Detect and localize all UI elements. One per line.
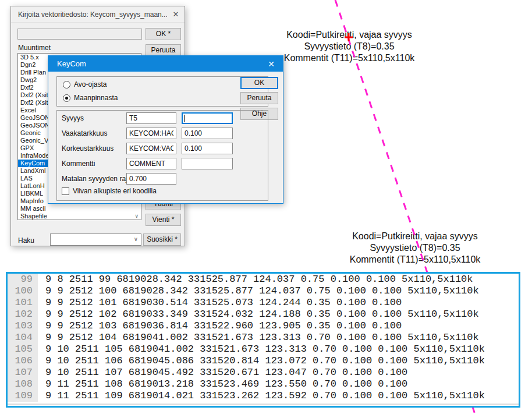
field-row: Kommentti — [57, 158, 268, 169]
field-tag-input[interactable] — [126, 158, 176, 169]
line-number: 102 — [8, 309, 38, 320]
line-text: 9 9 2512 102 6819033.349 331524.032 124.… — [38, 309, 479, 320]
field-value-input[interactable] — [182, 158, 233, 169]
line-text: 9 10 2511 107 6819045.492 331520.671 123… — [38, 367, 407, 378]
line-text: 9 9 2512 100 6819028.342 331525.877 124.… — [38, 285, 479, 297]
fields-groupbox: Viivan alkupiste eri koodilla SyvyysVaak… — [56, 110, 268, 201]
search-combobox[interactable]: ∨ — [50, 233, 141, 246]
line-text: 9 9 2512 101 6819030.514 331525.073 124.… — [38, 297, 402, 309]
search-label: Haku — [18, 236, 34, 245]
keycom-title: KeyCom — [48, 59, 260, 68]
line-number: 107 — [8, 367, 38, 378]
line-text: 9 11 2511 109 6819014.021 331523.262 123… — [38, 390, 485, 402]
radio-avo-ojasta[interactable]: Avo-ojasta — [63, 80, 107, 89]
field-tag-input[interactable] — [126, 128, 176, 139]
radio-icon[interactable] — [63, 94, 70, 102]
field-value-input[interactable] — [182, 143, 233, 154]
line-number: 100 — [8, 285, 38, 297]
field-label: Matalan syvyyden raja — [62, 175, 131, 183]
editor-row: 1029 9 2512 102 6819033.349 331524.032 1… — [8, 309, 519, 320]
converter-option[interactable]: Shapefile — [18, 213, 141, 220]
radio-label: Avo-ojasta — [74, 80, 107, 89]
source-groupbox: Avo-ojasta Maanpinnasta — [56, 76, 268, 107]
keycom-ok-button[interactable]: OK — [240, 77, 278, 89]
editor-row: 1049 9 2512 104 6819041.002 331521.673 1… — [8, 332, 519, 344]
annotation-line: Koodi=Putkireitti, vajaa syvyys — [250, 29, 448, 41]
editor-row: 1009 9 2512 100 6819028.342 331525.877 1… — [8, 285, 519, 297]
checkbox-label: Viivan alkupiste eri koodilla — [73, 187, 157, 195]
chevron-down-icon[interactable]: ∨ — [134, 236, 138, 242]
text-editor-window[interactable]: 999 8 2511 99 6819028.342 331525.877 124… — [6, 272, 520, 408]
field-value-input[interactable] — [182, 128, 233, 139]
editor-row: 1069 10 2511 106 6819045.086 331520.814 … — [8, 355, 519, 367]
field-row: Syvyys — [57, 112, 268, 124]
field-tag-input[interactable] — [126, 173, 176, 185]
field-value-input[interactable] — [182, 112, 233, 124]
field-label: Kommentti — [62, 160, 95, 168]
editor-row: 1089 11 2511 108 6819013.218 331523.469 … — [8, 378, 519, 390]
line-number: 108 — [8, 378, 38, 390]
field-row: Korkeustarkkuus — [57, 143, 268, 154]
close-icon[interactable]: ✕ — [260, 59, 283, 69]
line-number: 104 — [8, 332, 38, 344]
keycom-dialog: KeyCom ✕ Avo-ojasta Maanpinnasta OK Peru… — [48, 55, 283, 204]
line-text: 9 10 2511 105 6819041.002 331521.673 123… — [38, 344, 485, 355]
keycom-cancel-button[interactable]: Peruuta — [240, 92, 278, 104]
converter-option[interactable]: MM ascii — [18, 205, 141, 213]
line-text: 9 10 2511 106 6819045.086 331520.814 123… — [38, 355, 485, 367]
cancel-button[interactable]: Peruuta — [146, 44, 181, 56]
line-number: 109 — [8, 390, 38, 402]
line-number: 105 — [8, 344, 38, 355]
line-number: 103 — [8, 320, 38, 332]
field-label: Syvyys — [62, 114, 84, 122]
field-row: Matalan syvyyden raja — [57, 173, 268, 185]
horizontal-scrollbar[interactable] — [8, 404, 519, 405]
annotation-line: Kommentit (T11)=5x110,5x110k — [316, 254, 514, 266]
checkbox-icon[interactable] — [62, 187, 69, 195]
editor-row: 1099 11 2511 109 6819014.021 331523.262 … — [8, 390, 519, 402]
editor-row: 1079 10 2511 107 6819045.492 331520.671 … — [8, 367, 519, 378]
field-tag-input[interactable] — [126, 143, 176, 154]
field-tag-input[interactable] — [126, 112, 176, 124]
line-text: 9 9 2512 103 6819036.814 331522.960 123.… — [38, 320, 402, 332]
dialog-titlebar[interactable]: Kirjoita vektoritiedosto: Keycom_syvyys_… — [11, 6, 185, 23]
line-number: 101 — [8, 297, 38, 309]
close-icon[interactable]: ✕ — [167, 10, 185, 19]
line-number: 99 — [8, 274, 38, 285]
app-canvas: Koodi=Putkireitti, vajaa syvyysSyvyystie… — [0, 0, 532, 414]
dialog-title: Kirjoita vektoritiedosto: Keycom_syvyys_… — [11, 10, 167, 19]
annotation-line: Syvyystieto (T8)=0.35 — [316, 242, 514, 254]
editor-row: 1019 9 2512 101 6819030.514 331525.073 1… — [8, 297, 519, 309]
chevron-down-icon[interactable]: ∨ — [134, 213, 139, 219]
annotation-line: Syvyystieto (T8)=0.35 — [250, 41, 448, 52]
field-label: Korkeustarkkuus — [62, 144, 114, 153]
favorites-button[interactable]: Suosikki * — [143, 233, 181, 246]
keycom-titlebar[interactable]: KeyCom ✕ — [48, 56, 283, 72]
checkbox-viivan-alkupiste[interactable]: Viivan alkupiste eri koodilla — [62, 187, 157, 195]
converters-label: Muuntimet — [18, 44, 51, 52]
line-text: 9 9 2512 104 6819041.002 331521.673 123.… — [38, 332, 479, 344]
filename-input[interactable] — [17, 29, 142, 40]
export-button[interactable]: Vienti * — [146, 214, 181, 226]
radio-label: Maanpinnasta — [74, 94, 118, 102]
annotation-line: Koodi=Putkireitti, vajaa syvyys — [316, 231, 514, 242]
field-label: Vaakatarkkuus — [62, 129, 108, 137]
line-number: 106 — [8, 355, 38, 367]
radio-maanpinnasta[interactable]: Maanpinnasta — [63, 94, 118, 102]
field-row: Vaakatarkkuus — [57, 128, 268, 139]
editor-row: 1039 9 2512 103 6819036.814 331522.960 1… — [8, 320, 519, 332]
ok-button[interactable]: OK * — [146, 28, 181, 40]
editor-row: 999 8 2511 99 6819028.342 331525.877 124… — [8, 274, 519, 285]
editor-rows: 999 8 2511 99 6819028.342 331525.877 124… — [8, 274, 519, 406]
annotation-block-bottom: Koodi=Putkireitti, vajaa syvyysSyvyystie… — [316, 231, 514, 266]
line-text: 9 11 2511 108 6819013.218 331523.469 123… — [38, 378, 407, 390]
radio-icon[interactable] — [63, 81, 70, 89]
editor-row: 1059 10 2511 105 6819041.002 331521.673 … — [8, 344, 519, 355]
line-text: 9 8 2511 99 6819028.342 331525.877 124.0… — [38, 274, 473, 285]
